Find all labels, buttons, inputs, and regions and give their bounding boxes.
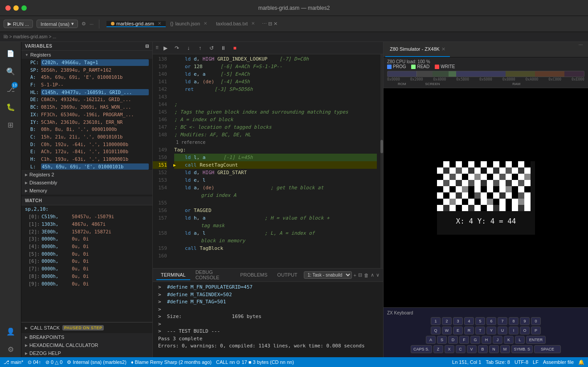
key-3[interactable]: 3 (453, 317, 463, 325)
encoding[interactable]: UTF-8 (514, 359, 528, 365)
key-e[interactable]: E (453, 326, 463, 334)
step-out-button[interactable]: ↑ (195, 43, 205, 53)
task-dropdown[interactable]: 1: Task - snabuild (304, 271, 352, 279)
key-i[interactable]: I (509, 326, 519, 334)
step-into-button[interactable]: ↓ (184, 43, 193, 53)
tab-problems[interactable]: PROBLEMS (236, 270, 272, 280)
key-b[interactable]: B (478, 345, 488, 353)
key-o[interactable]: O (520, 326, 530, 334)
key-x[interactable]: X (445, 345, 454, 353)
key-r[interactable]: R (464, 326, 474, 334)
file-type[interactable]: Assembler file (543, 359, 574, 365)
tab-size[interactable]: Tab Size: 8 (486, 359, 510, 365)
close-button[interactable] (5, 5, 11, 11)
key-n[interactable]: N (489, 345, 499, 353)
key-5[interactable]: 5 (475, 317, 485, 325)
line-ending[interactable]: LF (533, 359, 539, 365)
settings-icon[interactable]: ⚙ (3, 341, 19, 357)
key-t[interactable]: T (475, 326, 485, 334)
tab-marbles-asm[interactable]: marbles-grid.asm ✕ (106, 21, 166, 27)
position-indicator[interactable]: ⊙ 04↑ (28, 359, 41, 365)
z80-more-icon[interactable]: ··· (575, 42, 586, 57)
disassembly-header[interactable]: ▶ Disassembly (21, 179, 152, 187)
key-2[interactable]: 2 (442, 317, 452, 325)
gear-icon[interactable]: ⚙ (82, 21, 86, 27)
z80-tab-close[interactable]: ✕ (441, 46, 445, 52)
more-options-icon[interactable]: ··· (90, 21, 94, 27)
key-enter[interactable]: ENTER (526, 336, 546, 344)
account-icon[interactable]: 👤 (3, 323, 19, 339)
terminal-content[interactable]: > #define M_FN_POPULATEGRID=457 > #defin… (153, 282, 383, 357)
continue-button[interactable]: ▶ (160, 43, 170, 53)
key-g[interactable]: G (470, 336, 480, 344)
key-8[interactable]: 8 (509, 317, 519, 325)
key-c[interactable]: C (456, 345, 466, 353)
hex-calculator-header[interactable]: ▶ HEXADECIMAL CALCULATOR (21, 341, 152, 349)
extensions-icon[interactable]: ⊞ (3, 117, 19, 133)
debug-icon[interactable]: 🐛 (3, 99, 19, 115)
key-l[interactable]: L (515, 336, 525, 344)
source-control-icon[interactable]: ⎇ 13 (3, 81, 19, 97)
key-9[interactable]: 9 (520, 317, 530, 325)
key-p[interactable]: P (531, 326, 541, 334)
tab-output[interactable]: OUTPUT (273, 270, 302, 280)
key-k[interactable]: K (504, 336, 514, 344)
panel-collapse-icon[interactable]: ⊟ (145, 44, 149, 49)
key-v[interactable]: V (467, 345, 477, 353)
registers-header[interactable]: ▼ Registers (21, 51, 152, 59)
code-area[interactable]: ld d, HIGH GRID_INDEX_LOOKUP [-7] D=C0h … (171, 54, 380, 268)
step-over-button[interactable]: ↷ (172, 43, 182, 53)
dezog-help-header[interactable]: ▶ DEZOG HELP (21, 349, 152, 357)
key-d[interactable]: D (448, 336, 458, 344)
maximize-button[interactable] (21, 5, 27, 11)
delete-terminal-icon[interactable]: 🗑 (364, 273, 369, 278)
stop-button[interactable]: ■ (230, 43, 240, 53)
editor-scrollbar[interactable] (380, 54, 383, 268)
profile-label[interactable]: ⚙ Internal (sna) (marbles2) (67, 359, 127, 365)
key-7[interactable]: 7 (498, 317, 507, 325)
tab-close-icon[interactable]: ✕ (204, 21, 207, 26)
bell-icon[interactable]: 🔔 (578, 359, 584, 365)
terminal-collapse-icon[interactable]: ∨ (376, 272, 380, 278)
tab-taxload[interactable]: taxload.bas.txt ✕ (212, 21, 259, 27)
key-w[interactable]: W (442, 326, 452, 334)
memory-header[interactable]: ▶ Memory (21, 187, 152, 195)
terminal-expand-icon[interactable]: ∧ (371, 272, 374, 278)
key-u[interactable]: U (498, 326, 507, 334)
tab-launch-json[interactable]: {} launch.json ✕ (166, 21, 212, 27)
tab-debug-console[interactable]: DEBUG CONSOLE (191, 268, 235, 283)
tab-close-icon[interactable]: ✕ (251, 21, 255, 26)
pause-button[interactable]: ⏸ (218, 43, 228, 53)
key-6[interactable]: 6 (486, 317, 496, 325)
z80-simulator-tab[interactable]: Z80 Simulator - ZX48K ✕ (385, 42, 450, 57)
key-space[interactable]: SPACE (534, 345, 561, 353)
internal-sna-button[interactable]: Internal (sna) ▾ (37, 20, 78, 28)
blame-label[interactable]: ♦ Blame Remy Sharp (2 months ago) (131, 359, 212, 365)
key-j[interactable]: J (493, 336, 502, 344)
key-y[interactable]: Y (486, 326, 496, 334)
key-m[interactable]: M (500, 345, 510, 353)
breakpoints-header[interactable]: ▶ BREAKPOINTS (21, 333, 152, 341)
tab-options-icon[interactable]: ⋯ ⊟ ✕ (259, 21, 280, 27)
key-h[interactable]: H (482, 336, 491, 344)
explorer-icon[interactable]: 📄 (3, 45, 19, 61)
search-icon[interactable]: 🔍 (3, 63, 19, 79)
add-terminal-icon[interactable]: + (354, 273, 356, 278)
registers2-header[interactable]: ▶ Registers 2 (21, 171, 152, 179)
key-caps-shift[interactable]: CAPS S. (411, 345, 432, 353)
key-4[interactable]: 4 (464, 317, 474, 325)
variables-scroll[interactable]: ▼ Registers PC: C202h, 49666u, Tag+1 SP:… (21, 51, 152, 322)
run-button[interactable]: ▶ RUN ... (4, 20, 33, 28)
tab-terminal[interactable]: TERMINAL (156, 270, 190, 280)
line-col[interactable]: Ln 151, Col 1 (452, 359, 481, 365)
key-1[interactable]: 1 (431, 317, 441, 325)
key-q[interactable]: Q (431, 326, 441, 334)
key-0[interactable]: 0 (531, 317, 541, 325)
restart-button[interactable]: ↺ (207, 43, 216, 53)
split-terminal-icon[interactable]: ⊟ (358, 272, 362, 278)
key-a[interactable]: A (426, 336, 436, 344)
key-s[interactable]: S (437, 336, 447, 344)
minimize-button[interactable] (13, 5, 19, 11)
call-stack-section[interactable]: ▶ CALL STACK PAUSED ON STEP (21, 322, 152, 333)
warning-count[interactable]: ⊘ 0 △ 0 (45, 359, 62, 365)
